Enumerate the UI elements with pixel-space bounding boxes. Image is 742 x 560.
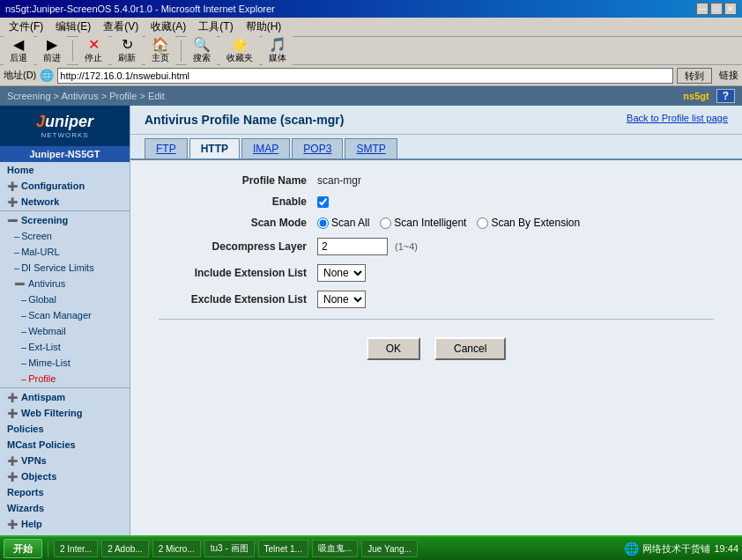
sidebar-dash-di: – (14, 262, 19, 273)
enable-checkbox[interactable] (317, 196, 329, 208)
sidebar-item-reports[interactable]: Reports (0, 484, 130, 500)
sidebar-item-home[interactable]: Home (0, 162, 130, 178)
sidebar-item-policies[interactable]: Policies (0, 421, 130, 437)
sidebar-dash-screen: – (14, 231, 19, 241)
expand-screening-icon: ➖ (7, 216, 18, 225)
help-button[interactable]: ? (716, 89, 735, 103)
sidebar-dash-profile: – (21, 373, 26, 384)
sidebar-network-label: Network (21, 196, 59, 207)
back-button[interactable]: ◀ 后退 (4, 35, 33, 67)
cancel-button[interactable]: Cancel (434, 337, 506, 360)
sidebar-item-scan-manager[interactable]: – Scan Manager (0, 307, 130, 323)
sidebar-webfilter-label: Web Filtering (21, 408, 82, 418)
sidebar-item-screening[interactable]: ➖ Screening (0, 212, 130, 228)
sidebar-item-vpns[interactable]: ➕ VPNs (0, 453, 130, 468)
menu-view[interactable]: 查看(V) (98, 18, 144, 36)
ok-button[interactable]: OK (367, 337, 420, 360)
tab-pop3[interactable]: POP3 (292, 138, 343, 158)
menu-edit[interactable]: 编辑(E) (50, 18, 96, 36)
sidebar-item-profile[interactable]: – Profile (0, 371, 130, 387)
sidebar-dash-global: – (21, 294, 26, 305)
sidebar-divider-2 (0, 387, 130, 388)
sidebar-item-antispam[interactable]: ➕ Antispam (0, 389, 130, 405)
maximize-button[interactable]: □ (710, 3, 723, 15)
menu-tools[interactable]: 工具(T) (193, 18, 238, 36)
main-layout: Juniper NETWORKS Juniper-NS5GT Home ➕ Co… (0, 106, 742, 560)
refresh-icon: ↻ (122, 38, 133, 52)
home-button[interactable]: 🏠 主页 (145, 35, 175, 67)
tab-ftp[interactable]: FTP (145, 138, 188, 158)
start-button[interactable]: 开始 (4, 539, 42, 558)
back-to-profile-link[interactable]: Back to Profile list page (627, 113, 728, 123)
media-button[interactable]: 🎵 媒体 (263, 35, 293, 67)
include-ext-select[interactable]: None (317, 264, 366, 282)
sidebar-item-webmail[interactable]: – Webmail (0, 323, 130, 339)
sidebar-item-mcast-policies[interactable]: MCast Policies (0, 437, 130, 453)
radio-scan-intelligent[interactable]: Scan Intelligent (380, 217, 466, 229)
favorites-button[interactable]: ⭐ 收藏夹 (220, 35, 259, 67)
sidebar-mime-label: Mime-List (28, 357, 70, 368)
sidebar-item-network[interactable]: ➕ Network (0, 194, 130, 210)
tab-imap[interactable]: IMAP (241, 138, 290, 158)
enable-row: Enable (159, 195, 714, 208)
sidebar-item-antivirus[interactable]: ➖ Antivirus (0, 276, 130, 291)
search-button[interactable]: 🔍 搜索 (187, 35, 217, 67)
taskbar-item-6[interactable]: Jue Yang... (361, 540, 418, 557)
refresh-button[interactable]: ↻ 刷新 (112, 35, 142, 67)
sidebar-item-screen[interactable]: – Screen (0, 228, 130, 244)
decompress-hint: (1~4) (395, 241, 418, 252)
sidebar-mcast-label: MCast Policies (7, 439, 76, 450)
sidebar-dash-ext: – (21, 342, 26, 352)
go-button[interactable]: 转到 (677, 68, 712, 84)
sidebar-item-help[interactable]: ➕ Help (0, 516, 130, 532)
sidebar-item-configuration[interactable]: ➕ Configuration (0, 178, 130, 194)
sidebar-item-objects[interactable]: ➕ Objects (0, 468, 130, 484)
menu-help[interactable]: 帮助(H) (241, 18, 287, 36)
exclude-ext-label: Exclude Extension List (159, 293, 317, 306)
profile-name-row: Profile Name scan-mgr (159, 174, 714, 187)
radio-scan-all-input[interactable] (317, 217, 329, 229)
sidebar-item-mal-url[interactable]: – Mal-URL (0, 244, 130, 260)
sidebar-policies-label: Policies (7, 424, 44, 434)
menu-favorites[interactable]: 收藏(A) (145, 18, 191, 36)
sidebar-scanmgr-label: Scan Manager (28, 310, 92, 321)
sidebar-item-web-filtering[interactable]: ➕ Web Filtering (0, 405, 130, 421)
menu-file[interactable]: 文件(F) (4, 18, 48, 36)
address-bar: 地址(D) 🌐 转到 链接 (0, 65, 742, 86)
expand-vpns-icon: ➕ (7, 456, 18, 466)
sidebar-item-di-service-limits[interactable]: – DI Service Limits (0, 260, 130, 276)
radio-scan-extension[interactable]: Scan By Extension (477, 217, 580, 229)
address-input[interactable] (57, 68, 673, 84)
radio-scan-intelligent-input[interactable] (380, 217, 391, 229)
tab-http[interactable]: HTTP (189, 138, 240, 158)
address-label: 地址(D) (4, 69, 36, 82)
taskbar-item-0[interactable]: 2 Inter... (54, 540, 98, 557)
stop-button[interactable]: ✕ 停止 (78, 35, 108, 67)
decompress-input[interactable] (317, 238, 388, 255)
sidebar-item-ext-list[interactable]: – Ext-List (0, 339, 130, 355)
taskbar-item-4[interactable]: Telnet 1... (258, 540, 308, 557)
sidebar-malurl-label: Mal-URL (21, 247, 59, 257)
expand-help-icon: ➕ (7, 519, 18, 529)
taskbar-tray: 🌐 网络技术干货铺 19:44 (624, 542, 738, 556)
exclude-ext-select[interactable]: None (317, 291, 366, 308)
radio-scan-all[interactable]: Scan All (317, 217, 369, 229)
minimize-button[interactable]: — (696, 3, 709, 15)
taskbar-item-2[interactable]: 2 Micro... (152, 540, 201, 557)
sidebar-item-global[interactable]: – Global (0, 291, 130, 307)
close-button[interactable]: ✕ (724, 3, 737, 15)
star-icon: ⭐ (231, 38, 249, 52)
taskbar-item-5[interactable]: 吸血鬼... (312, 540, 358, 557)
taskbar: 开始 2 Inter... 2 Adob... 2 Micro... tu3 -… (0, 535, 742, 560)
form-divider (159, 319, 714, 320)
title-bar: ns5gt:Juniper-ScreenOS 5.4.0r1.0 - Micro… (0, 0, 742, 18)
scan-mode-radio-group: Scan All Scan Intelligent Scan By Extens… (317, 217, 580, 229)
taskbar-item-3[interactable]: tu3 - 画图 (204, 540, 255, 557)
forward-button[interactable]: ▶ 前进 (37, 35, 67, 67)
taskbar-item-1[interactable]: 2 Adob... (101, 540, 148, 557)
tab-smtp[interactable]: SMTP (345, 138, 397, 158)
sidebar-item-mime-list[interactable]: – Mime-List (0, 355, 130, 371)
radio-scan-extension-input[interactable] (477, 217, 488, 229)
sidebar-item-wizards[interactable]: Wizards (0, 500, 130, 516)
expand-network-icon: ➕ (7, 197, 18, 207)
